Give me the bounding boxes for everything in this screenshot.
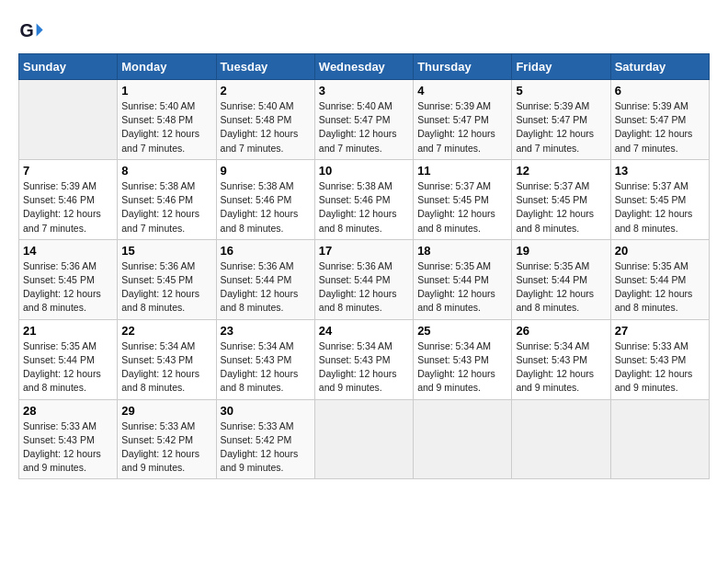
weekday-header: Tuesday xyxy=(216,54,314,80)
calendar-week-row: 28Sunrise: 5:33 AM Sunset: 5:43 PM Dayli… xyxy=(19,399,710,479)
svg-marker-1 xyxy=(37,24,43,37)
svg-text:G: G xyxy=(19,20,33,40)
day-number: 22 xyxy=(121,324,211,338)
day-info: Sunrise: 5:34 AM Sunset: 5:43 PM Dayligh… xyxy=(417,339,507,396)
calendar-cell: 29Sunrise: 5:33 AM Sunset: 5:42 PM Dayli… xyxy=(118,399,216,479)
day-info: Sunrise: 5:36 AM Sunset: 5:45 PM Dayligh… xyxy=(23,259,113,316)
day-info: Sunrise: 5:37 AM Sunset: 5:45 PM Dayligh… xyxy=(417,179,507,236)
day-number: 21 xyxy=(23,324,113,338)
day-info: Sunrise: 5:35 AM Sunset: 5:44 PM Dayligh… xyxy=(615,259,705,316)
calendar-cell: 12Sunrise: 5:37 AM Sunset: 5:45 PM Dayli… xyxy=(512,159,610,239)
calendar-cell: 3Sunrise: 5:40 AM Sunset: 5:47 PM Daylig… xyxy=(314,80,413,160)
page-header: G xyxy=(18,18,710,44)
calendar-cell: 23Sunrise: 5:34 AM Sunset: 5:43 PM Dayli… xyxy=(216,319,314,399)
calendar-cell: 2Sunrise: 5:40 AM Sunset: 5:48 PM Daylig… xyxy=(216,80,314,160)
calendar-week-row: 7Sunrise: 5:39 AM Sunset: 5:46 PM Daylig… xyxy=(19,159,710,239)
calendar-cell: 20Sunrise: 5:35 AM Sunset: 5:44 PM Dayli… xyxy=(610,239,709,319)
day-info: Sunrise: 5:40 AM Sunset: 5:48 PM Dayligh… xyxy=(221,99,311,155)
weekday-header: Thursday xyxy=(414,54,512,80)
weekday-header: Monday xyxy=(118,54,216,80)
day-info: Sunrise: 5:33 AM Sunset: 5:43 PM Dayligh… xyxy=(23,419,113,476)
day-number: 8 xyxy=(121,164,211,178)
day-info: Sunrise: 5:39 AM Sunset: 5:46 PM Dayligh… xyxy=(23,179,113,236)
calendar-cell: 22Sunrise: 5:34 AM Sunset: 5:43 PM Dayli… xyxy=(118,319,216,399)
day-number: 24 xyxy=(319,324,409,338)
day-info: Sunrise: 5:36 AM Sunset: 5:44 PM Dayligh… xyxy=(221,259,311,316)
day-info: Sunrise: 5:40 AM Sunset: 5:47 PM Dayligh… xyxy=(319,99,409,155)
weekday-header: Saturday xyxy=(610,54,709,80)
calendar-cell: 27Sunrise: 5:33 AM Sunset: 5:43 PM Dayli… xyxy=(610,319,709,399)
day-number: 1 xyxy=(121,84,211,98)
day-info: Sunrise: 5:37 AM Sunset: 5:45 PM Dayligh… xyxy=(615,179,705,236)
day-info: Sunrise: 5:39 AM Sunset: 5:47 PM Dayligh… xyxy=(516,99,606,155)
day-number: 16 xyxy=(221,244,311,258)
calendar-week-row: 14Sunrise: 5:36 AM Sunset: 5:45 PM Dayli… xyxy=(19,239,710,319)
day-number: 14 xyxy=(23,244,113,258)
day-number: 17 xyxy=(319,244,409,258)
day-info: Sunrise: 5:38 AM Sunset: 5:46 PM Dayligh… xyxy=(221,179,311,236)
day-number: 25 xyxy=(417,324,507,338)
weekday-header: Wednesday xyxy=(314,54,413,80)
day-number: 5 xyxy=(516,84,606,98)
day-number: 27 xyxy=(615,324,705,338)
calendar-cell: 24Sunrise: 5:34 AM Sunset: 5:43 PM Dayli… xyxy=(314,319,413,399)
day-info: Sunrise: 5:36 AM Sunset: 5:44 PM Dayligh… xyxy=(319,259,409,316)
day-info: Sunrise: 5:35 AM Sunset: 5:44 PM Dayligh… xyxy=(23,339,113,396)
day-info: Sunrise: 5:39 AM Sunset: 5:47 PM Dayligh… xyxy=(615,99,705,155)
day-number: 10 xyxy=(319,164,409,178)
day-info: Sunrise: 5:34 AM Sunset: 5:43 PM Dayligh… xyxy=(516,339,606,396)
calendar-week-row: 21Sunrise: 5:35 AM Sunset: 5:44 PM Dayli… xyxy=(19,319,710,399)
day-number: 26 xyxy=(516,324,606,338)
day-number: 12 xyxy=(516,164,606,178)
calendar-cell: 17Sunrise: 5:36 AM Sunset: 5:44 PM Dayli… xyxy=(314,239,413,319)
day-number: 30 xyxy=(221,404,311,418)
day-number: 19 xyxy=(516,244,606,258)
day-number: 23 xyxy=(221,324,311,338)
day-number: 4 xyxy=(417,84,507,98)
day-number: 11 xyxy=(417,164,507,178)
calendar-cell: 19Sunrise: 5:35 AM Sunset: 5:44 PM Dayli… xyxy=(512,239,610,319)
calendar-cell: 5Sunrise: 5:39 AM Sunset: 5:47 PM Daylig… xyxy=(512,80,610,160)
day-info: Sunrise: 5:34 AM Sunset: 5:43 PM Dayligh… xyxy=(319,339,409,396)
weekday-header: Sunday xyxy=(19,54,118,80)
day-info: Sunrise: 5:33 AM Sunset: 5:43 PM Dayligh… xyxy=(615,339,705,396)
calendar-cell: 4Sunrise: 5:39 AM Sunset: 5:47 PM Daylig… xyxy=(414,80,512,160)
day-info: Sunrise: 5:33 AM Sunset: 5:42 PM Dayligh… xyxy=(121,419,211,476)
day-number: 9 xyxy=(221,164,311,178)
day-number: 18 xyxy=(417,244,507,258)
calendar-cell: 11Sunrise: 5:37 AM Sunset: 5:45 PM Dayli… xyxy=(414,159,512,239)
calendar-table: SundayMondayTuesdayWednesdayThursdayFrid… xyxy=(18,53,710,479)
calendar-cell xyxy=(414,399,512,479)
calendar-cell: 7Sunrise: 5:39 AM Sunset: 5:46 PM Daylig… xyxy=(19,159,118,239)
day-number: 13 xyxy=(615,164,705,178)
calendar-cell: 30Sunrise: 5:33 AM Sunset: 5:42 PM Dayli… xyxy=(216,399,314,479)
calendar-cell: 25Sunrise: 5:34 AM Sunset: 5:43 PM Dayli… xyxy=(414,319,512,399)
calendar-cell xyxy=(512,399,610,479)
day-info: Sunrise: 5:33 AM Sunset: 5:42 PM Dayligh… xyxy=(221,419,311,476)
day-number: 6 xyxy=(615,84,705,98)
calendar-cell: 14Sunrise: 5:36 AM Sunset: 5:45 PM Dayli… xyxy=(19,239,118,319)
day-info: Sunrise: 5:38 AM Sunset: 5:46 PM Dayligh… xyxy=(121,179,211,236)
day-info: Sunrise: 5:38 AM Sunset: 5:46 PM Dayligh… xyxy=(319,179,409,236)
calendar-cell xyxy=(19,80,118,160)
logo: G xyxy=(18,18,48,44)
weekday-header: Friday xyxy=(512,54,610,80)
day-number: 20 xyxy=(615,244,705,258)
calendar-cell: 28Sunrise: 5:33 AM Sunset: 5:43 PM Dayli… xyxy=(19,399,118,479)
calendar-cell: 10Sunrise: 5:38 AM Sunset: 5:46 PM Dayli… xyxy=(314,159,413,239)
calendar-cell: 21Sunrise: 5:35 AM Sunset: 5:44 PM Dayli… xyxy=(19,319,118,399)
day-info: Sunrise: 5:34 AM Sunset: 5:43 PM Dayligh… xyxy=(221,339,311,396)
calendar-cell: 13Sunrise: 5:37 AM Sunset: 5:45 PM Dayli… xyxy=(610,159,709,239)
day-info: Sunrise: 5:36 AM Sunset: 5:45 PM Dayligh… xyxy=(121,259,211,316)
calendar-cell: 18Sunrise: 5:35 AM Sunset: 5:44 PM Dayli… xyxy=(414,239,512,319)
day-info: Sunrise: 5:37 AM Sunset: 5:45 PM Dayligh… xyxy=(516,179,606,236)
logo-icon: G xyxy=(18,18,44,44)
day-number: 3 xyxy=(319,84,409,98)
day-number: 15 xyxy=(121,244,211,258)
calendar-cell: 8Sunrise: 5:38 AM Sunset: 5:46 PM Daylig… xyxy=(118,159,216,239)
calendar-cell: 6Sunrise: 5:39 AM Sunset: 5:47 PM Daylig… xyxy=(610,80,709,160)
day-number: 28 xyxy=(23,404,113,418)
calendar-cell: 26Sunrise: 5:34 AM Sunset: 5:43 PM Dayli… xyxy=(512,319,610,399)
day-number: 2 xyxy=(221,84,311,98)
day-number: 29 xyxy=(121,404,211,418)
